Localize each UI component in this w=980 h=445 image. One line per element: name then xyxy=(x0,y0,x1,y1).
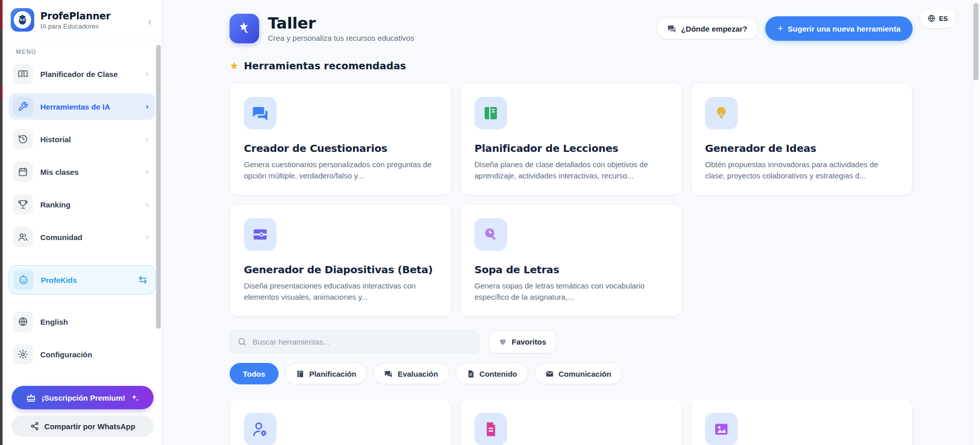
calendar-icon xyxy=(13,162,33,182)
filter-chip-label: Todos xyxy=(243,370,265,378)
tool-card-title: Creador de Cuestionarios xyxy=(244,142,437,154)
document-icon xyxy=(474,413,507,445)
sparkles-icon xyxy=(131,394,139,402)
tool-card-description: Diseña presentaciones educativas interac… xyxy=(244,280,437,303)
app-name: ProfePlanner xyxy=(40,10,111,21)
sidebar-item-label: Herramientas de IA xyxy=(40,102,110,111)
search-icon xyxy=(237,337,247,347)
owl-logo-icon xyxy=(14,11,31,29)
page-subtitle: Crea y personaliza tus recursos educativ… xyxy=(268,34,414,42)
book-icon xyxy=(13,64,33,84)
share-nodes-icon xyxy=(30,422,39,431)
sidebar-item-label: English xyxy=(40,318,68,326)
chevron-right-icon: › xyxy=(146,69,148,78)
sidebar-item-configuracion[interactable]: Configuración xyxy=(9,341,156,368)
filter-chip-todos[interactable]: Todos xyxy=(230,363,279,384)
chevron-right-icon: › xyxy=(146,232,148,242)
history-icon xyxy=(13,129,33,149)
where-to-start-button[interactable]: ¿Dónde empezar? xyxy=(657,18,758,39)
sidebar-collapse-icon[interactable]: ‹ xyxy=(148,16,152,27)
favorites-label: Favoritos xyxy=(512,337,546,346)
filter-chip-comunicacion[interactable]: Comunicación xyxy=(535,363,622,384)
star-icon: ★ xyxy=(230,60,239,72)
sidebar-scrollbar[interactable] xyxy=(156,45,161,329)
filter-chip-label: Planificación xyxy=(309,370,357,378)
magnifier-icon xyxy=(474,218,507,251)
chat-bubbles-icon xyxy=(244,97,277,129)
sidebar-item-mis-clases[interactable]: Mis clases › xyxy=(9,159,156,185)
tool-card-sopa-de-letras[interactable]: Sopa de Letras Genera sopas de letras te… xyxy=(460,204,682,317)
tool-card-generador-de-ideas[interactable]: Generador de Ideas Obtén propuestas inno… xyxy=(691,83,913,195)
sidebar-item-ranking[interactable]: Ranking › xyxy=(9,191,156,218)
category-filter-bar: Todos Planificación Evaluación xyxy=(230,363,913,384)
page-title-group: Taller Crea y personaliza tus recursos e… xyxy=(268,15,414,43)
chevron-right-icon: › xyxy=(146,135,148,144)
gear-icon xyxy=(13,344,33,364)
all-tools-grid xyxy=(230,399,913,445)
globe-icon xyxy=(13,311,33,332)
page-scrollbar-track[interactable] xyxy=(972,0,980,445)
sidebar-item-label: Planificador de Clase xyxy=(40,70,118,78)
sidebar: ProfePlanner IA para Educadores ‹ MENÚ P… xyxy=(3,0,162,445)
swap-arrows-icon xyxy=(138,275,148,285)
lightbulb-icon xyxy=(705,97,738,129)
wrench-icon xyxy=(13,96,33,117)
sidebar-item-profekids[interactable]: ProfeKids xyxy=(9,265,156,295)
sidebar-bottom-actions: ¡Suscripción Premium! Compartir por What… xyxy=(3,381,161,445)
filter-chip-label: Comunicación xyxy=(559,370,611,378)
tool-card-title: Planificador de Lecciones xyxy=(474,142,668,154)
premium-subscription-button[interactable]: ¡Suscripción Premium! xyxy=(12,386,154,409)
where-to-start-label: ¿Dónde empezar? xyxy=(681,24,747,33)
tool-card-description: Genera sopas de letras temáticas con voc… xyxy=(474,280,668,303)
notebook-icon xyxy=(474,97,507,129)
app-logo xyxy=(11,8,34,32)
search-input[interactable] xyxy=(230,330,480,353)
magic-wand-star-icon xyxy=(230,14,259,43)
chevron-right-icon: › xyxy=(146,102,148,111)
divider xyxy=(10,302,155,302)
chat-bubbles-icon xyxy=(667,24,676,33)
tool-card-description: Genera cuestionarios personalizados con … xyxy=(244,159,437,181)
slides-icon xyxy=(244,218,277,251)
tool-card-generador-de-diapositivas[interactable]: Generador de Diapositivas (Beta) Diseña … xyxy=(230,204,451,317)
search-row: Favoritos xyxy=(230,330,913,353)
favorites-button[interactable]: Favoritos xyxy=(489,330,556,353)
chat-bubbles-icon xyxy=(384,370,393,378)
tool-card-partial[interactable] xyxy=(691,399,913,445)
recommended-cards-grid: Creador de Cuestionarios Genera cuestion… xyxy=(230,83,913,317)
chevron-right-icon: › xyxy=(146,200,148,209)
plus-icon: + xyxy=(777,23,783,33)
users-icon xyxy=(13,227,33,247)
page-content: Taller Crea y personaliza tus recursos e… xyxy=(230,0,913,445)
tool-card-title: Sopa de Letras xyxy=(474,264,668,276)
page-title: Taller xyxy=(268,15,414,32)
sidebar-item-herramientas-de-ia[interactable]: Herramientas de IA › xyxy=(9,93,156,120)
filter-chip-label: Contenido xyxy=(480,370,517,378)
suggest-tool-label: Sugerir una nueva herramienta xyxy=(788,24,900,33)
filter-chip-label: Evaluación xyxy=(397,370,438,378)
filter-chip-evaluacion[interactable]: Evaluación xyxy=(373,363,448,384)
baby-icon xyxy=(13,270,34,290)
tool-card-creador-de-cuestionarios[interactable]: Creador de Cuestionarios Genera cuestion… xyxy=(230,83,451,195)
recommended-section-header: ★ Herramientas recomendadas xyxy=(230,60,913,72)
sidebar-item-label: ProfeKids xyxy=(41,276,77,284)
tool-card-partial[interactable] xyxy=(460,399,682,445)
language-badge[interactable]: ES xyxy=(920,9,956,28)
sidebar-item-comunidad[interactable]: Comunidad › xyxy=(9,224,156,250)
trophy-icon xyxy=(13,194,33,215)
suggest-tool-button[interactable]: + Sugerir una nueva herramienta xyxy=(765,16,913,41)
sidebar-item-language[interactable]: English xyxy=(9,308,156,335)
sidebar-item-historial[interactable]: Historial › xyxy=(9,126,156,152)
journal-icon xyxy=(296,370,305,378)
filter-chip-contenido[interactable]: Contenido xyxy=(456,363,528,384)
page-scrollbar-thumb[interactable] xyxy=(973,3,978,81)
tool-card-description: Diseña planes de clase detallados con ob… xyxy=(474,159,668,181)
file-text-icon xyxy=(466,370,475,378)
sidebar-item-planificador-de-clase[interactable]: Planificador de Clase › xyxy=(9,61,156,87)
tool-card-title: Generador de Ideas xyxy=(705,142,898,154)
tool-card-partial[interactable] xyxy=(230,399,451,445)
filter-chip-planificacion[interactable]: Planificación xyxy=(285,363,367,384)
share-whatsapp-button[interactable]: Compartir por WhatsApp xyxy=(12,415,154,437)
tool-card-planificador-de-lecciones[interactable]: Planificador de Lecciones Diseña planes … xyxy=(460,83,682,195)
crown-icon xyxy=(26,392,36,403)
